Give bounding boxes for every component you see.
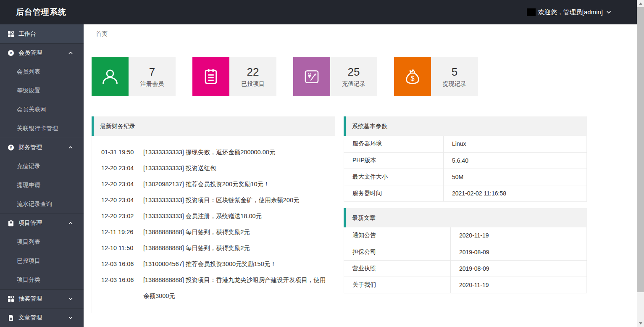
record-text: [13333333333] 会员注册，系统赠送18.00元	[143, 208, 331, 224]
table-row: 营业执照2019-08-09	[344, 260, 587, 277]
sidebar-item-project-categories[interactable]: 项目分类	[0, 270, 84, 289]
stat-label: 提现记录	[443, 80, 466, 88]
sidebar-item-label: 关联银行卡管理	[17, 125, 58, 132]
sidebar-item-workbench[interactable]: 工作台	[0, 24, 84, 43]
sidebar-item-article-mgmt[interactable]: 文章管理	[0, 308, 84, 327]
record-time: 12-20 23:02	[101, 208, 143, 224]
yen-card-icon: ¥	[293, 57, 330, 96]
sidebar-item-project-list[interactable]: 项目列表	[0, 232, 84, 251]
stat-card-text: 5 提现记录	[431, 57, 478, 96]
table-row: 服务器时间2021-02-02 11:16:58	[344, 185, 587, 201]
vertical-scrollbar	[637, 0, 644, 327]
record-text: [13888888888] 投资项目：香港九龙尖沙咀房产建设开发项目，使用余额3…	[143, 272, 331, 304]
admin-dashboard: 后台管理系统 欢迎您，管理员[admin] 工作台 V 会员管理 会员列表 等级…	[0, 0, 644, 327]
finance-records-panel: 最新财务纪录 01-31 19:50[13333333333] 提现失败，返还金…	[92, 116, 335, 313]
scroll-up-button[interactable]	[637, 0, 644, 7]
sidebar-item-flow-query[interactable]: 流水记录查询	[0, 195, 84, 214]
param-value: 5.6.40	[444, 152, 587, 169]
latest-articles-panel: 最新文章 通知公告2020-11-19 担保公司2019-08-09 营业执照2…	[344, 208, 587, 293]
sidebar-item-recharge-records[interactable]: 充值记录	[0, 157, 84, 176]
param-key: PHP版本	[344, 152, 444, 169]
sidebar-item-label: 会员管理	[18, 49, 42, 57]
sidebar-item-finance-mgmt[interactable]: ¥ 财务管理	[0, 138, 84, 157]
finance-record: 12-20 23:04[13333333333] 投资送红包	[101, 160, 331, 176]
sidebar-item-invested-projects[interactable]: 已投项目	[0, 251, 84, 270]
finance-record: 12-20 23:02[13333333333] 会员注册，系统赠送18.00元	[101, 208, 331, 224]
sidebar-item-lottery-mgmt[interactable]: 抽奖管理	[0, 289, 84, 308]
user-dropdown[interactable]: 欢迎您，管理员[admin]	[527, 0, 611, 24]
chevron-down-icon	[68, 298, 73, 300]
stat-card-withdraw[interactable]: $ 5 提现记录	[394, 57, 478, 96]
sidebar-item-label: 抽奖管理	[18, 295, 42, 303]
sidebar-item-withdraw-requests[interactable]: 提现申请	[0, 176, 84, 195]
sidebar-item-bank-cards[interactable]: 关联银行卡管理	[0, 119, 84, 138]
finance-record: 12-20 23:04[13020982137] 推荐会员投资200元奖励10元…	[101, 176, 331, 192]
clipboard-icon	[8, 220, 14, 227]
stat-card-members[interactable]: 7 注册会员	[92, 57, 176, 96]
avatar	[527, 8, 536, 16]
sidebar-item-label: 提现申请	[17, 182, 40, 189]
svg-text:V: V	[10, 51, 12, 55]
console-grid-icon	[8, 295, 14, 302]
stat-value: 5	[452, 66, 457, 78]
stat-label: 充值记录	[342, 80, 365, 88]
record-text: [13888888888] 每日签到，获得奖励2元	[143, 224, 331, 240]
record-text: [13020982137] 推荐会员投资200元奖励10元！	[143, 176, 331, 192]
sidebar-item-label: 文章管理	[18, 314, 42, 322]
article-date: 2019-08-09	[451, 244, 587, 260]
scroll-up-icon	[639, 3, 642, 5]
clipboard-icon	[192, 57, 229, 96]
svg-text:¥: ¥	[308, 72, 312, 79]
table-row: 关于我们2020-11-19	[344, 277, 587, 293]
stat-value: 7	[149, 66, 155, 78]
sidebar-item-project-mgmt[interactable]: 项目管理	[0, 214, 84, 232]
finance-record: 01-31 19:50[13333333333] 提现失败，返还金额200000…	[101, 144, 331, 160]
stat-card-text: 25 充值记录	[330, 57, 377, 96]
article-title: 担保公司	[344, 244, 451, 260]
record-time: 12-20 23:04	[101, 176, 143, 192]
article-date: 2020-11-19	[451, 227, 587, 244]
app-title: 后台管理系统	[16, 0, 66, 24]
scrollbar-thumb[interactable]	[637, 7, 644, 292]
welcome-text: 欢迎您，管理员[admin]	[538, 8, 603, 16]
circle-v-icon: V	[8, 50, 14, 56]
record-time: 12-03 16:06	[101, 272, 143, 304]
record-time: 12-11 19:26	[101, 224, 143, 240]
finance-records-list: 01-31 19:50[13333333333] 提现失败，返还金额200000…	[92, 136, 335, 313]
sidebar-item-member-network[interactable]: 会员关联网	[0, 100, 84, 119]
finance-record: 12-11 19:26[13888888888] 每日签到，获得奖励2元	[101, 224, 331, 240]
article-title: 通知公告	[344, 227, 451, 244]
sidebar-item-label: 工作台	[18, 30, 36, 38]
stat-label: 注册会员	[140, 80, 164, 88]
sidebar-item-member-mgmt[interactable]: V 会员管理	[0, 43, 84, 62]
table-row: PHP版本5.6.40	[344, 152, 587, 169]
sidebar-item-label: 会员关联网	[17, 106, 46, 113]
sidebar-item-label: 会员列表	[17, 68, 40, 76]
breadcrumb-home[interactable]: 首页	[96, 24, 108, 43]
system-params-table: 服务器环境Linux PHP版本5.6.40 最大文件大小50M 服务器时间20…	[344, 136, 587, 202]
stat-value: 22	[247, 66, 259, 78]
stat-card-invested[interactable]: 22 已投项目	[192, 57, 276, 96]
record-time: 12-20 23:04	[101, 192, 143, 208]
record-time: 12-20 23:04	[101, 160, 143, 176]
scroll-down-button[interactable]	[637, 320, 644, 327]
chevron-up-icon	[68, 222, 73, 224]
record-time: 01-31 19:50	[101, 144, 143, 160]
latest-articles-table: 通知公告2020-11-19 担保公司2019-08-09 营业执照2019-0…	[344, 227, 587, 293]
stat-value: 25	[348, 66, 360, 78]
stat-card-text: 22 已投项目	[229, 57, 276, 96]
sidebar-item-label: 等级设置	[17, 87, 40, 95]
console-grid-icon	[8, 31, 14, 37]
user-icon	[92, 57, 129, 96]
param-key: 服务器环境	[344, 136, 444, 152]
svg-text:$: $	[410, 74, 414, 82]
finance-record: 12-03 16:06[13100004567] 推荐会员投资3000元奖励15…	[101, 256, 331, 272]
article-date: 2019-08-09	[451, 260, 587, 277]
sidebar-item-level-settings[interactable]: 等级设置	[0, 81, 84, 100]
sidebar-item-member-list[interactable]: 会员列表	[0, 62, 84, 81]
stat-card-recharge[interactable]: ¥ 25 充值记录	[293, 57, 377, 96]
record-text: [13333333333] 提现失败，返还金额200000.00元	[143, 144, 331, 160]
table-row: 服务器环境Linux	[344, 136, 587, 152]
sidebar-item-label: 项目分类	[17, 276, 40, 284]
chevron-down-icon	[606, 11, 611, 14]
